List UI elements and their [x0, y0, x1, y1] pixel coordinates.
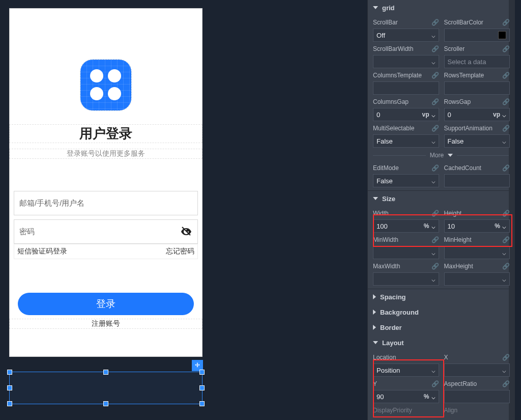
supportanimation-value: False — [448, 137, 464, 145]
chevron-down-icon: ⌵ — [502, 222, 506, 230]
editmode-value: False — [377, 177, 393, 185]
height-value: 10 — [448, 222, 455, 230]
color-swatch — [498, 31, 506, 39]
rowstemplate-input[interactable] — [444, 81, 510, 95]
section-layout-header[interactable]: Layout — [368, 335, 515, 350]
resize-handle[interactable] — [199, 385, 205, 390]
maxwidth-input[interactable]: ⌵ — [373, 272, 439, 286]
chevron-down-icon: ⌵ — [431, 275, 436, 283]
link-icon[interactable]: 🔗 — [431, 380, 439, 387]
link-icon[interactable]: 🔗 — [431, 98, 439, 105]
register-link[interactable]: 注册账号 — [10, 319, 202, 328]
minwidth-input[interactable]: ⌵ — [373, 246, 439, 259]
aspectratio-input[interactable] — [444, 390, 510, 403]
sms-login-link[interactable]: 短信验证码登录 — [14, 247, 70, 256]
resize-handle[interactable] — [199, 370, 205, 375]
location-label: Location — [373, 354, 396, 361]
chevron-down-icon: ⌵ — [502, 367, 506, 374]
resize-handle[interactable] — [103, 370, 108, 375]
link-icon[interactable]: 🔗 — [431, 210, 439, 217]
location-value: Position — [377, 367, 400, 374]
y-unit: % — [424, 393, 429, 400]
link-icon[interactable]: 🔗 — [431, 263, 439, 270]
width-input[interactable]: 100%⌵ — [373, 219, 439, 233]
resize-handle[interactable] — [103, 401, 108, 406]
link-icon[interactable]: 🔗 — [502, 98, 510, 105]
chevron-down-icon — [448, 154, 453, 157]
section-background-header[interactable]: Background — [368, 304, 515, 320]
login-title: 用户登录 — [10, 125, 202, 143]
columnstemplate-input[interactable] — [373, 81, 439, 95]
columnstemplate-label: ColumnsTemplate — [373, 72, 422, 79]
link-icon[interactable]: 🔗 — [502, 354, 510, 361]
link-icon[interactable]: 🔗 — [502, 45, 510, 52]
width-label: Width — [373, 210, 389, 217]
width-unit: % — [424, 222, 429, 230]
resize-handle[interactable] — [7, 401, 12, 406]
link-icon[interactable]: 🔗 — [431, 19, 439, 26]
columnsgap-value: 0 — [377, 111, 380, 119]
link-icon[interactable]: 🔗 — [431, 236, 439, 243]
section-border-header[interactable]: Border — [368, 320, 515, 335]
minheight-input[interactable]: ⌵ — [444, 246, 510, 259]
design-canvas[interactable]: 用户登录 登录账号以使用更多服务 邮箱/手机号/用户名 密码 短信验证码登录 忘… — [9, 8, 204, 411]
scrollbarwidth-label: ScrollBarWidth — [373, 45, 413, 52]
link-icon[interactable]: 🔗 — [502, 210, 510, 217]
link-icon[interactable]: 🔗 — [431, 164, 439, 172]
chevron-down-icon: ⌵ — [502, 137, 506, 145]
section-border-label: Border — [380, 324, 402, 331]
link-icon[interactable]: 🔗 — [502, 236, 510, 243]
location-select[interactable]: Position⌵ — [373, 363, 439, 377]
chevron-right-icon — [373, 325, 376, 330]
link-icon[interactable]: 🔗 — [502, 380, 510, 387]
supportanimation-select[interactable]: False⌵ — [444, 134, 510, 148]
scrollbarcolor-label: ScrollBarColor — [444, 19, 483, 26]
section-grid-header[interactable]: grid — [368, 0, 515, 15]
visibility-off-icon[interactable] — [180, 225, 192, 239]
height-input[interactable]: 10%⌵ — [444, 219, 510, 233]
link-icon[interactable]: 🔗 — [502, 125, 510, 132]
email-field[interactable]: 邮箱/手机号/用户名 — [14, 191, 198, 215]
scrollbar-select[interactable]: Off⌵ — [373, 29, 439, 42]
x-input[interactable]: ⌵ — [444, 363, 510, 377]
link-icon[interactable]: 🔗 — [502, 164, 510, 172]
chevron-down-icon — [373, 341, 378, 344]
app-logo — [80, 60, 131, 110]
resize-handle[interactable] — [199, 401, 205, 406]
link-icon[interactable]: 🔗 — [502, 19, 510, 26]
editmode-select[interactable]: False⌵ — [373, 174, 439, 187]
section-spacing-header[interactable]: Spacing — [368, 289, 515, 304]
forgot-password-link[interactable]: 忘记密码 — [163, 247, 197, 256]
link-icon[interactable]: 🔗 — [502, 72, 510, 79]
multiselectable-select[interactable]: False⌵ — [373, 134, 439, 148]
resize-handle[interactable] — [7, 385, 12, 390]
rowsgap-label: RowsGap — [444, 98, 471, 105]
chevron-down-icon: ⌵ — [502, 111, 506, 119]
selection-outline[interactable] — [9, 372, 202, 404]
scroller-select[interactable]: Select a data — [444, 55, 510, 68]
login-button[interactable]: 登录 — [18, 293, 194, 315]
link-icon[interactable]: 🔗 — [431, 72, 439, 79]
chevron-down-icon: ⌵ — [431, 32, 436, 39]
more-separator[interactable]: More — [368, 148, 515, 161]
scrollbarcolor-swatch[interactable] — [444, 29, 510, 42]
maxheight-input[interactable]: ⌵ — [444, 272, 510, 286]
login-subtitle: 登录账号以使用更多服务 — [10, 149, 202, 158]
link-icon[interactable]: 🔗 — [431, 125, 439, 132]
maxheight-label: MaxHeight — [444, 263, 473, 270]
scrollbarwidth-select[interactable]: ⌵ — [373, 55, 439, 68]
resize-handle[interactable] — [7, 370, 12, 375]
editmode-label: EditMode — [373, 164, 399, 172]
maxwidth-label: MaxWidth — [373, 263, 400, 270]
link-icon[interactable]: 🔗 — [502, 263, 510, 270]
rowstemplate-label: RowsTemplate — [444, 72, 484, 79]
chevron-down-icon: ⌵ — [431, 177, 436, 185]
section-size-header[interactable]: Size — [368, 191, 515, 206]
rowsgap-input[interactable]: 0vp⌵ — [444, 108, 510, 121]
y-input[interactable]: 90%⌵ — [373, 390, 439, 403]
password-field[interactable]: 密码 — [14, 219, 198, 244]
password-placeholder: 密码 — [19, 227, 35, 237]
cachedcount-input[interactable] — [444, 174, 510, 187]
link-icon[interactable]: 🔗 — [431, 45, 439, 52]
columnsgap-input[interactable]: 0vp⌵ — [373, 108, 439, 121]
